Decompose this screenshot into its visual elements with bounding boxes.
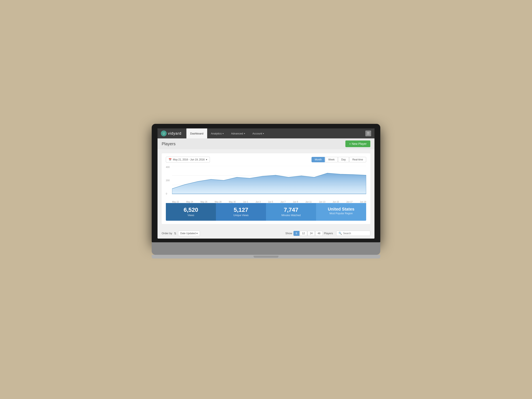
stat-unique-views: 5,127 Unique Views: [216, 203, 266, 221]
show-btn-12[interactable]: 12: [300, 231, 307, 236]
x-label-7: Jun 5: [268, 201, 273, 203]
svg-point-3: [163, 133, 163, 133]
time-btn-realtime[interactable]: Real-time: [349, 157, 366, 162]
keyboard: [152, 242, 380, 255]
stat-minutes: 7,747 Minutes Watched: [266, 203, 316, 221]
show-section: Show 6 12 24 48 Players: [285, 231, 333, 236]
show-btn-24[interactable]: 24: [308, 231, 315, 236]
area-chart: [172, 166, 366, 195]
order-by-section: Order by ⇅ Date Updated ▾: [162, 231, 200, 236]
avatar[interactable]: [365, 131, 371, 136]
x-label-6: Jun 3: [256, 201, 261, 203]
stat-region-label: Most Popular Region: [329, 212, 353, 215]
svg-point-0: [162, 132, 166, 135]
x-label-5: Jun 1: [243, 201, 248, 203]
chevron-down-icon: ▾: [206, 158, 207, 161]
chart-card: 📅 May 21, 2016 - Jun 19, 2016 ▾ Month We…: [162, 153, 370, 224]
x-label-4: May 30: [229, 201, 236, 203]
players-label: Players: [324, 232, 333, 235]
x-label-2: May 26: [201, 201, 207, 203]
stat-views: 6,520 Views: [166, 203, 216, 221]
nav-tab-account[interactable]: Account ▾: [249, 128, 268, 138]
stat-views-label: Views: [188, 214, 194, 217]
order-by-label: Order by: [162, 232, 172, 235]
chart-controls: 📅 May 21, 2016 - Jun 19, 2016 ▾ Month We…: [166, 157, 366, 163]
time-btn-day[interactable]: Day: [338, 157, 349, 162]
show-btn-6[interactable]: 6: [293, 231, 299, 236]
bottom-controls: Order by ⇅ Date Updated ▾ Show 6 12 24 4…: [158, 228, 374, 239]
stat-minutes-label: Minutes Watched: [281, 214, 300, 217]
date-range-label: May 21, 2016 - Jun 19, 2016: [173, 158, 205, 161]
calendar-icon: 📅: [169, 158, 172, 161]
time-btn-month[interactable]: Month: [311, 157, 325, 162]
x-label-14: Jun 19: [360, 201, 366, 203]
logo: vidyard: [161, 131, 181, 136]
x-label-1: May 24: [186, 201, 193, 203]
x-label-12: Jun 15: [333, 201, 339, 203]
stat-views-number: 6,520: [170, 207, 212, 213]
x-labels: May 22 May 24 May 26 May 28 May 30 Jun 1…: [172, 201, 366, 203]
laptop-base: [152, 255, 380, 259]
time-btn-week[interactable]: Week: [325, 157, 338, 162]
y-label-0: 0: [166, 192, 170, 195]
chart-svg-wrapper: [172, 166, 366, 199]
x-label-3: May 28: [215, 201, 222, 203]
screen-bezel: vidyard Dashboard Analytics ▾ Advanced ▾: [152, 124, 380, 242]
stats-row: 6,520 Views 5,127 Unique Views 7,747 Min…: [166, 203, 366, 221]
x-label-10: Jun 11: [305, 201, 312, 203]
chevron-down-icon: ▾: [196, 232, 198, 235]
time-range-buttons: Month Week Day Real-time: [311, 157, 366, 162]
nav-tab-advanced[interactable]: Advanced ▾: [227, 128, 249, 138]
logo-text: vidyard: [168, 131, 181, 136]
page-title: Players: [162, 141, 176, 146]
stat-region: United States Most Popular Region: [316, 203, 366, 221]
laptop-container: vidyard Dashboard Analytics ▾ Advanced ▾: [152, 124, 380, 259]
x-label-8: Jun 7: [280, 201, 285, 203]
screen: vidyard Dashboard Analytics ▾ Advanced ▾: [158, 128, 374, 239]
nav-right: [365, 131, 371, 136]
x-label-0: May 22: [172, 201, 179, 203]
sort-icon: ⇅: [174, 232, 177, 235]
show-label: Show: [285, 232, 292, 235]
stat-region-value: United States: [320, 207, 362, 211]
svg-rect-6: [367, 134, 370, 135]
nav-bar: vidyard Dashboard Analytics ▾ Advanced ▾: [158, 128, 374, 138]
logo-icon: [161, 131, 167, 136]
chevron-down-icon: ▾: [222, 132, 224, 135]
stat-unique-number: 5,127: [220, 207, 262, 213]
show-btn-48[interactable]: 48: [315, 231, 323, 236]
search-box: 🔍: [336, 231, 370, 236]
laptop-hinge: [253, 256, 279, 258]
main-content: 📅 May 21, 2016 - Jun 19, 2016 ▾ Month We…: [158, 149, 374, 228]
show-buttons: 6 12 24 48: [293, 231, 323, 236]
nav-tab-dashboard[interactable]: Dashboard: [186, 128, 207, 138]
nav-tab-analytics[interactable]: Analytics ▾: [207, 128, 227, 138]
x-label-9: Jun 9: [293, 201, 298, 203]
chart-area: 400 200 0: [166, 166, 366, 199]
stat-unique-label: Unique Views: [233, 214, 248, 217]
search-input[interactable]: [343, 232, 368, 235]
y-label-200: 200: [166, 179, 170, 182]
x-label-13: Jun 17: [346, 201, 352, 203]
x-label-11: Jun 13: [319, 201, 325, 203]
chart-y-labels: 400 200 0: [166, 166, 171, 199]
new-player-button[interactable]: + New Player: [345, 140, 370, 147]
search-icon: 🔍: [339, 232, 342, 235]
sub-header: Players + New Player: [158, 138, 374, 149]
svg-rect-5: [367, 132, 369, 134]
stat-minutes-number: 7,747: [270, 207, 312, 213]
nav-tabs: Dashboard Analytics ▾ Advanced ▾ Account…: [186, 128, 365, 138]
date-updated-dropdown[interactable]: Date Updated ▾: [178, 231, 200, 236]
y-label-400: 400: [166, 166, 170, 168]
chevron-down-icon: ▾: [263, 132, 264, 135]
date-range-picker[interactable]: 📅 May 21, 2016 - Jun 19, 2016 ▾: [166, 157, 210, 163]
svg-point-4: [164, 133, 165, 133]
chevron-down-icon: ▾: [244, 132, 245, 135]
